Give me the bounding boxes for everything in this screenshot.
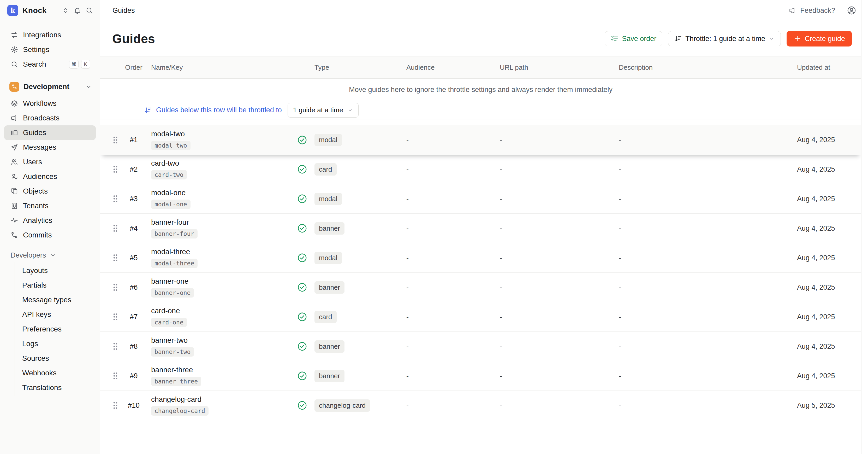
developers-section-header[interactable]: Developers	[4, 249, 96, 261]
sort-descending-icon	[144, 106, 152, 114]
sidebar-item-label: Tenants	[23, 202, 49, 210]
url-path-value: -	[497, 254, 616, 262]
create-guide-button[interactable]: Create guide	[786, 31, 852, 47]
drag-handle[interactable]	[112, 342, 119, 351]
guide-key-badge: banner-four	[151, 229, 197, 238]
url-path-value: -	[497, 165, 616, 173]
type-badge: banner	[314, 281, 344, 293]
drag-handle[interactable]	[112, 194, 119, 203]
sidebar-item[interactable]: Users	[4, 154, 96, 169]
search-icon[interactable]	[85, 6, 93, 15]
sidebar-item[interactable]: Search ⌘ K	[4, 57, 96, 72]
page-header: Guides Save order Throttle: 1 guide at a…	[100, 21, 861, 56]
table-row[interactable]: #6 banner-one banner-one banner - - - Au…	[100, 273, 861, 302]
scrollbar-track[interactable]	[861, 0, 868, 454]
guide-key-badge: modal-one	[151, 200, 190, 209]
unthrottled-drop-zone[interactable]: Move guides here to ignore the throttle …	[100, 79, 861, 101]
table-row[interactable]: #3 modal-one modal-one modal - - - Aug 4…	[100, 184, 861, 214]
feedback-label: Feedback?	[800, 6, 835, 15]
sidebar-item[interactable]: Objects	[4, 184, 96, 199]
sidebar-subitem[interactable]: Webhooks	[15, 366, 100, 380]
table-row[interactable]: #10 changelog-card changelog-card change…	[100, 391, 861, 420]
guide-key-badge: modal-two	[151, 141, 190, 150]
throttle-count-dropdown[interactable]: 1 guide at a time	[288, 103, 359, 118]
sidebar-subitem[interactable]: Translations	[15, 380, 100, 395]
url-path-value: -	[497, 313, 616, 321]
drag-handle[interactable]	[112, 401, 119, 410]
sidebar-item[interactable]: Messages	[4, 140, 96, 154]
throttle-dropdown-button[interactable]: Throttle: 1 guide at a time	[668, 31, 781, 46]
sidebar-item[interactable]: Integrations	[4, 28, 96, 42]
guide-key-badge: card-two	[151, 170, 187, 179]
status-active-check-icon	[297, 282, 307, 292]
sidebar-item-label: Broadcasts	[23, 114, 60, 122]
table-body: #1 modal-two modal-two modal - - - Aug 4…	[100, 125, 861, 420]
guide-key-badge: modal-three	[151, 259, 197, 268]
type-badge: modal	[314, 252, 342, 264]
drag-handle[interactable]	[112, 165, 119, 174]
sidebar-item[interactable]: Tenants	[4, 199, 96, 213]
sidebar-subitem[interactable]: API keys	[15, 307, 100, 322]
notifications-bell-icon[interactable]	[73, 6, 81, 15]
guide-key-badge: card-one	[151, 318, 187, 327]
column-header-name-key: Name/Key	[145, 63, 292, 72]
throttle-count-value: 1 guide at a time	[293, 106, 343, 114]
table-row[interactable]: #4 banner-four banner-four banner - - - …	[100, 214, 861, 243]
workspace-switcher-icon[interactable]	[62, 7, 69, 14]
k-keycap: K	[81, 60, 90, 69]
sidebar-item-label: Commits	[23, 231, 52, 239]
url-path-value: -	[497, 342, 616, 350]
table-row[interactable]: #2 card-two card-two card - - - Aug 4, 2…	[100, 154, 861, 184]
drag-handle[interactable]	[112, 283, 119, 292]
drag-handle[interactable]	[112, 371, 119, 380]
sidebar: k Knock Integrations Settings Search	[0, 0, 100, 454]
sidebar-item[interactable]: Audiences	[4, 169, 96, 184]
drag-handle[interactable]	[112, 224, 119, 233]
sidebar-item[interactable]: Broadcasts	[4, 111, 96, 125]
table-row[interactable]: #5 modal-three modal-three modal - - - A…	[100, 243, 861, 273]
audience-value: -	[403, 313, 497, 321]
sort-descending-icon	[674, 35, 682, 42]
table-row[interactable]: #1 modal-two modal-two modal - - - Aug 4…	[100, 125, 861, 154]
sidebar-item-label: Objects	[23, 187, 48, 195]
table-row[interactable]: #7 card-one card-one card - - - Aug 4, 2…	[100, 302, 861, 332]
drag-handle[interactable]	[112, 136, 119, 144]
user-avatar-icon[interactable]	[846, 5, 857, 16]
updated-at-value: Aug 4, 2025	[793, 372, 861, 380]
environment-switcher[interactable]: Development	[4, 79, 96, 94]
order-number: #5	[123, 254, 145, 262]
sidebar-item[interactable]: Guides	[4, 125, 96, 140]
column-header-updated-at: Updated at	[793, 63, 861, 72]
sidebar-subitem[interactable]: Layouts	[15, 263, 100, 278]
column-header-type: Type	[312, 63, 403, 72]
sidebar-subitem[interactable]: Logs	[15, 336, 100, 351]
order-number: #9	[123, 372, 145, 380]
sidebar-subitem[interactable]: Partials	[15, 278, 100, 292]
drag-handle[interactable]	[112, 253, 119, 262]
sidebar-subitem[interactable]: Sources	[15, 351, 100, 366]
sidebar-item[interactable]: Workflows	[4, 96, 96, 111]
sidebar-item-icon	[10, 46, 18, 54]
guide-name: card-one	[151, 307, 180, 315]
table-row[interactable]: #9 banner-three banner-three banner - - …	[100, 361, 861, 391]
sidebar-item[interactable]: Analytics	[4, 213, 96, 228]
sidebar-item[interactable]: Settings	[4, 42, 96, 57]
drag-handle[interactable]	[112, 312, 119, 321]
sidebar-item-icon	[10, 217, 18, 224]
guides-table: Order Name/Key Type Audience URL path De…	[100, 56, 861, 420]
status-active-check-icon	[297, 341, 307, 351]
sidebar-item[interactable]: Commits	[4, 228, 96, 243]
url-path-value: -	[497, 195, 616, 203]
sidebar-item-icon	[10, 231, 18, 239]
updated-at-value: Aug 4, 2025	[793, 313, 861, 321]
save-order-button[interactable]: Save order	[605, 31, 662, 46]
sidebar-subitem-label: Message types	[22, 296, 71, 304]
feedback-link[interactable]: Feedback?	[789, 6, 835, 15]
status-active-check-icon	[297, 135, 307, 145]
sidebar-subitem[interactable]: Preferences	[15, 322, 100, 336]
sidebar-item-icon	[10, 100, 18, 107]
table-row[interactable]: #8 banner-two banner-two banner - - - Au…	[100, 332, 861, 361]
sidebar-item-icon	[10, 173, 18, 180]
sidebar-subitem[interactable]: Message types	[15, 292, 100, 307]
guide-name: modal-one	[151, 189, 186, 197]
